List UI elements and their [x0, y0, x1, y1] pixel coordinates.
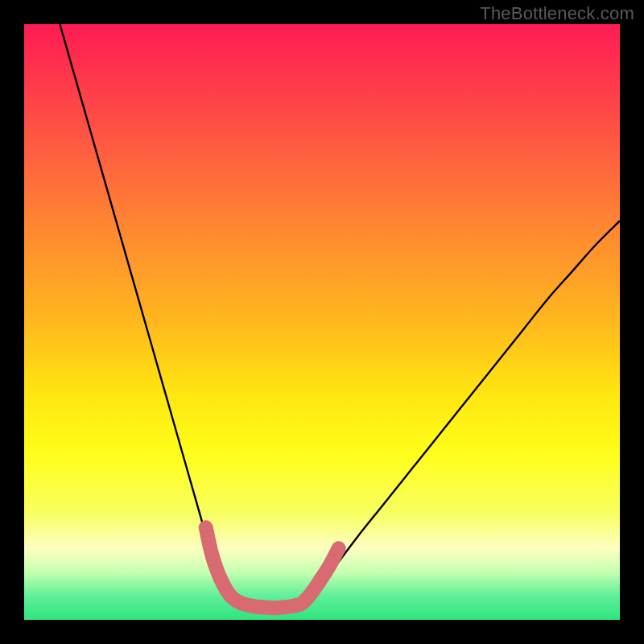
chart-frame: TheBottleneck.com: [0, 0, 644, 644]
plot-area: [24, 24, 620, 620]
bottleneck-curve: [60, 24, 620, 608]
valley-marker: [206, 527, 339, 608]
curve-layer: [24, 24, 620, 620]
watermark-text: TheBottleneck.com: [480, 3, 634, 24]
